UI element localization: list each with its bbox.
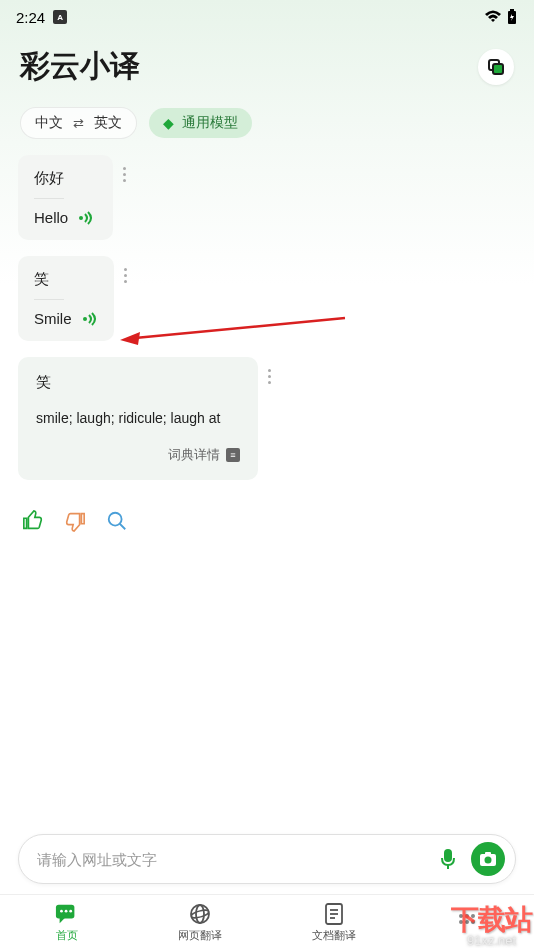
mic-icon [439, 848, 457, 870]
divider [34, 299, 64, 300]
camera-button[interactable] [471, 842, 505, 876]
svg-point-27 [459, 914, 463, 918]
content-area: 你好 Hello 笑 Smile 笑 smile; laugh; ridicul… [0, 155, 534, 549]
status-bar: 2:24 A [0, 0, 534, 34]
copy-button[interactable] [478, 49, 514, 85]
input-bar-container [0, 824, 534, 894]
language-row: 中文 ⇄ 英文 ◆ 通用模型 [0, 107, 534, 155]
document-icon [324, 902, 344, 926]
feedback-actions [18, 496, 516, 549]
dict-detail-link[interactable]: 词典详情 ≡ [36, 446, 240, 464]
svg-line-7 [120, 524, 126, 530]
svg-point-28 [465, 914, 469, 918]
nav-doc[interactable]: 文档翻译 [267, 895, 401, 950]
svg-rect-3 [493, 64, 503, 74]
status-time: 2:24 [16, 9, 45, 26]
speaker-icon[interactable] [78, 210, 94, 226]
swap-icon: ⇄ [73, 116, 84, 131]
book-icon: ≡ [226, 448, 240, 462]
app-title: 彩云小译 [20, 46, 140, 87]
mic-button[interactable] [431, 842, 465, 876]
dictionary-card[interactable]: 笑 smile; laugh; ridicule; laugh at 词典详情 … [18, 357, 258, 480]
svg-point-32 [471, 920, 475, 924]
thumbs-up-button[interactable] [22, 510, 44, 535]
language-selector[interactable]: 中文 ⇄ 英文 [20, 107, 137, 139]
nav-web[interactable]: 网页翻译 [134, 895, 268, 950]
status-badge-icon: A [53, 10, 67, 24]
thumbs-down-icon [64, 510, 86, 532]
svg-point-29 [471, 914, 475, 918]
search-icon [106, 510, 128, 532]
svg-point-21 [196, 905, 204, 923]
dict-card-row: 笑 smile; laugh; ridicule; laugh at 词典详情 … [18, 357, 516, 480]
translation-card-row: 你好 Hello [18, 155, 516, 240]
svg-point-17 [60, 910, 63, 913]
result-text: Hello [34, 209, 68, 226]
svg-point-6 [109, 513, 122, 526]
svg-point-13 [485, 857, 492, 864]
source-text: 笑 [34, 270, 98, 289]
thumbs-down-button[interactable] [64, 510, 86, 535]
svg-point-22 [191, 909, 210, 919]
dict-result: smile; laugh; ridicule; laugh at [36, 410, 240, 426]
lang-to: 英文 [94, 114, 122, 132]
translation-card[interactable]: 你好 Hello [18, 155, 113, 240]
bottom-nav: 首页 网页翻译 文档翻译 [0, 894, 534, 950]
globe-icon [188, 902, 212, 926]
more-menu[interactable] [124, 256, 127, 283]
nav-more[interactable] [401, 895, 535, 950]
svg-point-18 [64, 910, 67, 913]
thumbs-up-icon [22, 510, 44, 532]
translation-card[interactable]: 笑 Smile [18, 256, 114, 341]
header: 彩云小译 [0, 34, 534, 107]
source-text: 你好 [34, 169, 97, 188]
divider [34, 198, 64, 199]
svg-rect-1 [510, 9, 514, 11]
nav-home[interactable]: 首页 [0, 895, 134, 950]
nav-label: 网页翻译 [178, 928, 222, 943]
battery-icon [506, 9, 518, 25]
svg-point-30 [459, 920, 463, 924]
more-menu[interactable] [123, 155, 126, 182]
search-button[interactable] [106, 510, 128, 535]
svg-rect-14 [485, 852, 491, 855]
translation-card-row: 笑 Smile [18, 256, 516, 341]
speaker-icon[interactable] [82, 311, 98, 327]
grid-icon [456, 911, 478, 933]
svg-marker-16 [59, 917, 65, 923]
svg-rect-10 [444, 849, 452, 862]
svg-point-19 [69, 910, 72, 913]
camera-icon [479, 851, 497, 867]
model-selector[interactable]: ◆ 通用模型 [149, 108, 252, 138]
diamond-icon: ◆ [163, 115, 174, 131]
lang-from: 中文 [35, 114, 63, 132]
input-bar [18, 834, 516, 884]
dict-source: 笑 [36, 373, 240, 392]
more-menu[interactable] [268, 357, 271, 384]
nav-label: 文档翻译 [312, 928, 356, 943]
model-label: 通用模型 [182, 114, 238, 132]
dict-detail-label: 词典详情 [168, 446, 220, 464]
wifi-icon [484, 10, 502, 24]
chat-icon [55, 902, 79, 926]
svg-point-5 [83, 317, 87, 321]
nav-label: 首页 [56, 928, 78, 943]
copy-icon [487, 58, 505, 76]
url-text-input[interactable] [37, 851, 425, 868]
svg-point-4 [79, 216, 83, 220]
result-text: Smile [34, 310, 72, 327]
svg-point-31 [465, 920, 469, 924]
